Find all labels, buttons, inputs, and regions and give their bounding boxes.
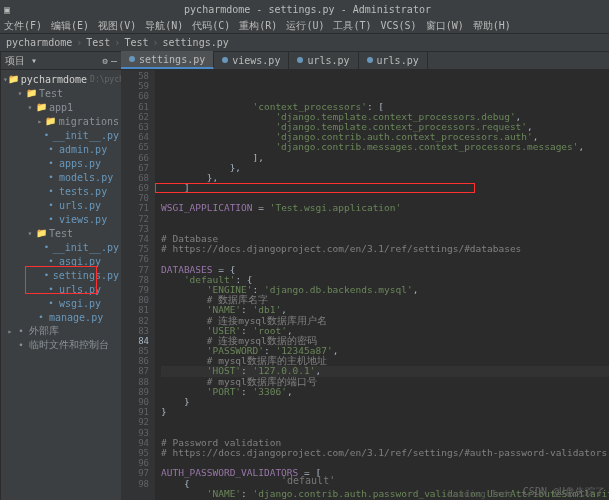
menu-item[interactable]: VCS(S)	[381, 20, 417, 31]
menu-item[interactable]: 帮助(H)	[473, 19, 511, 33]
file-icon	[129, 56, 135, 62]
menu-item[interactable]: 运行(U)	[286, 19, 324, 33]
tree-node[interactable]: •models.py	[1, 170, 121, 184]
tree-node[interactable]: ▸•外部库	[1, 324, 121, 338]
loading-indicator: Loading Inde...	[448, 489, 529, 499]
code-line[interactable]	[161, 417, 609, 427]
gear-icon[interactable]: ⚙	[103, 56, 108, 66]
breadcrumb-item[interactable]: Test	[124, 37, 148, 48]
breadcrumb-file[interactable]: settings.py	[163, 37, 229, 48]
code-line[interactable]: # https://docs.djangoproject.com/en/3.1/…	[161, 448, 609, 458]
tree-node[interactable]: •urls.py	[1, 198, 121, 212]
tree-node[interactable]: •urls.py	[1, 282, 121, 296]
sidebar-header[interactable]: 项目 ▾ ⚙ —	[1, 52, 121, 70]
tree-node[interactable]: •settings.py	[1, 268, 121, 282]
tree-node[interactable]: •admin.py	[1, 142, 121, 156]
menu-bar: 文件(F)编辑(E)视图(V)导航(N)代码(C)重构(R)运行(U)工具(T)…	[0, 18, 609, 34]
editor-tab[interactable]: views.py	[214, 51, 289, 69]
menu-item[interactable]: 导航(N)	[145, 19, 183, 33]
window-title: pycharmdome - settings.py - Administrato…	[10, 4, 605, 15]
watermark: CSDN @U盘失踪了	[523, 485, 605, 499]
editor-tab[interactable]: urls.py	[289, 51, 358, 69]
tree-node[interactable]: •__init__.py	[1, 128, 121, 142]
code-line[interactable]: }	[161, 407, 609, 417]
tree-node[interactable]: ▾📁Test	[1, 86, 121, 100]
code-line[interactable]: }	[161, 397, 609, 407]
breadcrumb-status: 'default'	[281, 475, 335, 486]
code-line[interactable]: # https://docs.djangoproject.com/en/3.1/…	[161, 244, 609, 254]
code-line[interactable]: WSGI_APPLICATION = 'Test.wsgi.applicatio…	[161, 203, 609, 213]
tree-node[interactable]: •asgi.py	[1, 254, 121, 268]
editor-tab[interactable]: urls.py	[359, 51, 428, 69]
code-editor[interactable]: 'context_processors': [ 'django.template…	[155, 70, 609, 500]
tree-node[interactable]: •views.py	[1, 212, 121, 226]
title-bar: ▣ pycharmdome - settings.py - Administra…	[0, 0, 609, 18]
file-icon	[222, 57, 228, 63]
menu-item[interactable]: 文件(F)	[4, 19, 42, 33]
menu-item[interactable]: 视图(V)	[98, 19, 136, 33]
breadcrumb-item[interactable]: pycharmdome	[6, 37, 72, 48]
breadcrumb: pycharmdome› Test› Test› settings.py	[0, 34, 609, 52]
code-line[interactable]	[161, 214, 609, 224]
editor-tab[interactable]: settings.py	[121, 51, 214, 69]
project-sidebar: 项目 ▾ ⚙ — ▾📁 pycharmdome D:\pycharmdome ▾…	[1, 52, 121, 500]
project-label: 项目 ▾	[5, 54, 37, 68]
code-line[interactable]: AUTH_PASSWORD_VALIDATORS = [	[161, 468, 609, 478]
tree-node[interactable]: •manage.py	[1, 310, 121, 324]
collapse-icon[interactable]: —	[111, 55, 117, 66]
tree-node[interactable]: •apps.py	[1, 156, 121, 170]
tree-node[interactable]: •临时文件和控制台	[1, 338, 121, 352]
code-line[interactable]: },	[161, 163, 609, 173]
menu-item[interactable]: 工具(T)	[333, 19, 371, 33]
editor-tabs: settings.pyviews.pyurls.pyurls.py	[121, 52, 609, 70]
code-line[interactable]: },	[161, 173, 609, 183]
tree-node[interactable]: •__init__.py	[1, 240, 121, 254]
tree-node[interactable]: ▸📁migrations	[1, 114, 121, 128]
tree-node[interactable]: ▾📁Test	[1, 226, 121, 240]
line-gutter[interactable]: 5859606162636465666768697071727374757677…	[121, 70, 155, 500]
menu-item[interactable]: 窗口(W)	[426, 19, 464, 33]
code-line[interactable]	[161, 224, 609, 234]
project-tree[interactable]: ▾📁 pycharmdome D:\pycharmdome ▾📁Test▾📁ap…	[1, 70, 121, 500]
breadcrumb-item[interactable]: Test	[86, 37, 110, 48]
editor-area: settings.pyviews.pyurls.pyurls.py 585960…	[121, 52, 609, 500]
tree-node[interactable]: •tests.py	[1, 184, 121, 198]
tree-node[interactable]: •wsgi.py	[1, 296, 121, 310]
menu-item[interactable]: 编辑(E)	[51, 19, 89, 33]
file-icon	[297, 57, 303, 63]
code-line[interactable]: 'PORT': '3306',	[161, 387, 609, 397]
menu-item[interactable]: 代码(C)	[192, 19, 230, 33]
tree-node[interactable]: ▾📁app1	[1, 100, 121, 114]
file-icon	[367, 57, 373, 63]
menu-item[interactable]: 重构(R)	[239, 19, 277, 33]
code-line[interactable]: ]	[161, 183, 609, 193]
